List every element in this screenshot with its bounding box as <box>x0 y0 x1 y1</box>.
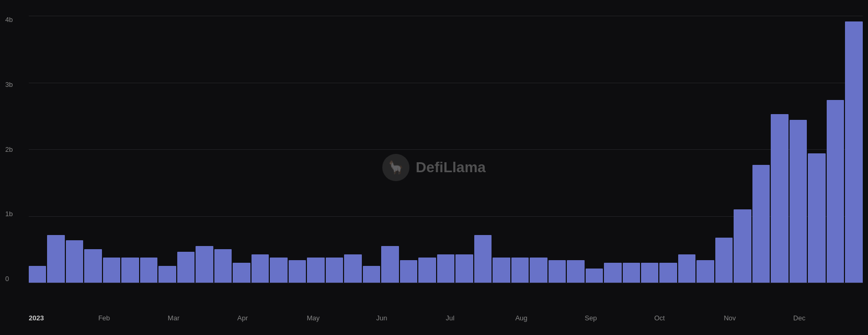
bar-Aug-3 <box>549 260 566 283</box>
watermark-text: DefiLlama <box>416 159 486 176</box>
x-label-may: May <box>307 314 320 322</box>
bar-Jan-1 <box>29 266 46 283</box>
x-label-jun: Jun <box>376 314 387 322</box>
bar-Jul-2 <box>455 254 473 283</box>
bar-Dec-2 <box>808 153 825 283</box>
x-label-apr: Apr <box>237 314 248 322</box>
bar-Apr-2 <box>252 254 269 283</box>
chart-container: 4b 3b 2b 1b 0 🦙 DefiLlama 2023FebMarAprM… <box>0 0 868 335</box>
bar-Oct-3 <box>678 254 695 283</box>
x-label-aug: Aug <box>515 314 527 322</box>
bars-area <box>29 16 863 283</box>
x-label-oct: Oct <box>654 314 665 322</box>
y-label-3b: 3b <box>5 81 26 88</box>
bar-Mar-3 <box>196 246 213 283</box>
bar-Sep-2 <box>586 269 603 283</box>
bar-Oct-1 <box>641 263 658 283</box>
bar-Jun-2 <box>381 246 398 283</box>
x-label-sep: Sep <box>585 314 597 322</box>
bar-May-3 <box>344 254 361 283</box>
y-axis: 4b 3b 2b 1b 0 <box>0 0 31 304</box>
bar-Mar-2 <box>177 252 195 283</box>
bar-May-1 <box>307 258 324 283</box>
bar-Jan-2 <box>47 235 64 283</box>
watermark-icon: 🦙 <box>388 160 404 175</box>
x-label-dec: Dec <box>793 314 805 322</box>
bar-May-2 <box>326 258 343 283</box>
bar-Jul-4 <box>493 258 510 283</box>
bar-Feb-1 <box>84 249 101 283</box>
bar-Mar-4 <box>214 249 232 283</box>
watermark-logo: 🦙 <box>382 154 409 181</box>
x-label-2023: 2023 <box>29 314 44 322</box>
bar-Dec-3 <box>827 100 844 283</box>
x-axis: 2023FebMarAprMayJunJulAugSepOctNovDec <box>29 314 863 330</box>
bar-Sep-4 <box>623 263 640 283</box>
bar-Nov-2 <box>734 209 751 283</box>
bar-Jun-3 <box>400 260 417 283</box>
bar-Oct-2 <box>659 263 677 283</box>
bar-Jul-3 <box>474 235 492 283</box>
bar-Feb-2 <box>103 258 120 283</box>
x-label-nov: Nov <box>724 314 736 322</box>
bar-Oct-4 <box>696 260 714 283</box>
bar-Aug-2 <box>530 258 547 283</box>
bar-Jul-1 <box>437 254 454 283</box>
watermark: 🦙 DefiLlama <box>382 154 486 181</box>
bar-Aug-1 <box>511 258 529 283</box>
y-label-0: 0 <box>5 275 26 283</box>
x-label-jul: Jul <box>446 314 455 322</box>
y-label-4b: 4b <box>5 16 26 24</box>
y-label-1b: 1b <box>5 210 26 218</box>
bar-Jun-1 <box>363 266 380 283</box>
bar-Apr-4 <box>289 260 306 283</box>
bar-Dec-1 <box>790 120 807 283</box>
bar-Nov-4 <box>771 114 788 283</box>
bar-Apr-3 <box>270 258 287 283</box>
bar-Dec-4 <box>845 21 862 283</box>
bar-Jan-3 <box>66 240 83 283</box>
bar-Nov-1 <box>715 238 733 283</box>
x-label-mar: Mar <box>168 314 179 322</box>
bar-Feb-4 <box>140 258 157 283</box>
bar-Sep-1 <box>567 260 584 283</box>
bar-Feb-3 <box>121 258 139 283</box>
bar-Mar-1 <box>158 266 176 283</box>
bar-Sep-3 <box>604 263 621 283</box>
y-label-2b: 2b <box>5 146 26 153</box>
bar-Apr-1 <box>233 263 250 283</box>
grid-line-0 <box>29 283 863 283</box>
bar-Nov-3 <box>752 165 770 283</box>
x-label-feb: Feb <box>98 314 110 322</box>
bar-Jun-4 <box>418 258 436 283</box>
